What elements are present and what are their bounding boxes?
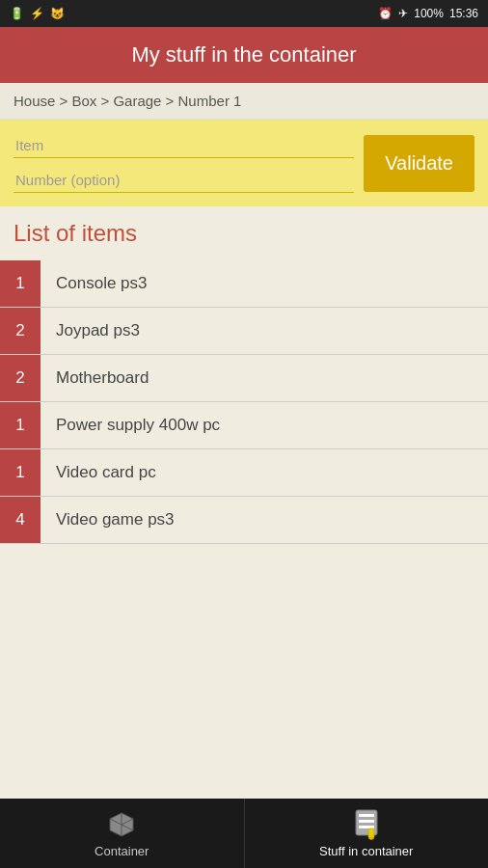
item-name: Power supply 400w pc bbox=[41, 402, 488, 449]
app-title: My stuff in the container bbox=[14, 42, 474, 68]
battery-icon: 🔋 bbox=[10, 7, 24, 20]
item-name: Video game ps3 bbox=[41, 497, 488, 544]
svg-rect-6 bbox=[368, 828, 374, 838]
validate-button[interactable]: Validate bbox=[364, 135, 474, 192]
item-quantity: 1 bbox=[0, 260, 41, 308]
breadcrumb: House > Box > Garage > Number 1 bbox=[0, 83, 488, 120]
nav-item-stuff[interactable]: Stuff in container bbox=[245, 799, 489, 868]
nav-item-container[interactable]: Container bbox=[0, 799, 245, 868]
table-row[interactable]: 2 Joypad ps3 bbox=[0, 308, 488, 355]
items-table: 1 Console ps3 2 Joypad ps3 2 Motherboard… bbox=[0, 260, 488, 544]
bottom-nav: Container Stuff in container bbox=[0, 799, 488, 868]
table-row[interactable]: 1 Power supply 400w pc bbox=[0, 402, 488, 449]
table-row[interactable]: 4 Video game ps3 bbox=[0, 497, 488, 544]
nav-label-stuff: Stuff in container bbox=[319, 844, 413, 858]
breadcrumb-text: House > Box > Garage > Number 1 bbox=[14, 93, 241, 109]
app-header: My stuff in the container bbox=[0, 27, 488, 83]
svg-rect-3 bbox=[359, 814, 374, 817]
number-input[interactable] bbox=[14, 168, 354, 193]
item-quantity: 1 bbox=[0, 449, 41, 497]
svg-rect-5 bbox=[359, 826, 374, 828]
item-name: Motherboard bbox=[41, 355, 488, 402]
list-title: List of items bbox=[14, 220, 474, 247]
item-quantity: 4 bbox=[0, 497, 41, 544]
item-quantity: 2 bbox=[0, 355, 41, 402]
list-section: List of items bbox=[0, 206, 488, 260]
time: 15:36 bbox=[449, 7, 478, 20]
svg-rect-4 bbox=[359, 820, 374, 823]
svg-marker-7 bbox=[368, 838, 374, 840]
table-row[interactable]: 1 Video card pc bbox=[0, 449, 488, 497]
face-icon: 😺 bbox=[50, 7, 65, 20]
usb-icon: ⚡ bbox=[30, 7, 44, 20]
battery-percent: 100% bbox=[414, 7, 444, 20]
table-row[interactable]: 2 Motherboard bbox=[0, 355, 488, 402]
alarm-icon: ⏰ bbox=[378, 7, 393, 20]
item-quantity: 2 bbox=[0, 308, 41, 355]
airplane-icon: ✈ bbox=[398, 7, 408, 20]
input-fields bbox=[14, 133, 354, 193]
status-left: 🔋 ⚡ 😺 bbox=[10, 7, 65, 20]
item-name: Console ps3 bbox=[41, 260, 488, 308]
table-row[interactable]: 1 Console ps3 bbox=[0, 260, 488, 308]
stuff-icon bbox=[353, 809, 380, 840]
container-icon bbox=[106, 809, 137, 840]
nav-label-container: Container bbox=[95, 844, 149, 858]
item-name: Joypad ps3 bbox=[41, 308, 488, 355]
status-right: ⏰ ✈ 100% 15:36 bbox=[378, 7, 478, 20]
status-bar: 🔋 ⚡ 😺 ⏰ ✈ 100% 15:36 bbox=[0, 0, 488, 27]
item-quantity: 1 bbox=[0, 402, 41, 449]
item-name: Video card pc bbox=[41, 449, 488, 497]
item-input[interactable] bbox=[14, 133, 354, 158]
input-area: Validate bbox=[0, 120, 488, 206]
